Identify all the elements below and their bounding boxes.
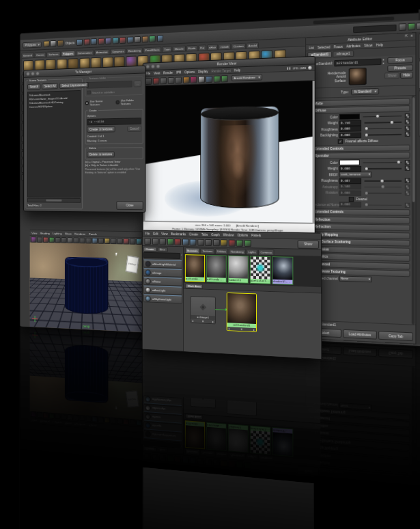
type-dropdown[interactable]: Ai Standard▾ (351, 88, 379, 96)
slider[interactable] (363, 162, 402, 163)
texture-file-row[interactable]: /Volumes/Macintosh HD/Training Courses/H… (29, 100, 79, 109)
expand-right-icon[interactable]: ▸ (253, 328, 255, 331)
ae-menu-item[interactable]: Show (364, 43, 372, 47)
show-button[interactable]: Show (384, 72, 399, 79)
viewport-menu-item[interactable]: View (31, 231, 37, 234)
slider[interactable] (364, 128, 402, 130)
slider-handle[interactable] (390, 120, 393, 123)
hs-toolbar-icon[interactable] (159, 238, 166, 245)
value-field[interactable]: 0.467 (339, 178, 361, 183)
hs-menu-item[interactable]: View (161, 232, 167, 235)
material-swatch[interactable]: shaderGl... (272, 256, 293, 285)
node-search-input[interactable] (143, 252, 180, 259)
value-field[interactable]: None (339, 276, 372, 283)
status-icon[interactable] (57, 40, 64, 46)
ae-menu-item[interactable]: Help (376, 43, 383, 47)
sidebar-toggle-icon[interactable] (416, 23, 420, 30)
snap-icon[interactable] (120, 37, 126, 44)
slider-handle[interactable] (365, 133, 367, 136)
ae-menu-item[interactable]: List (309, 46, 313, 49)
snapshot-icon[interactable] (175, 77, 182, 83)
material-swatch[interactable]: aiStanda... (185, 254, 205, 282)
slider[interactable] (364, 187, 402, 188)
alpha-channel-icon[interactable] (198, 76, 205, 83)
hs-menu-item[interactable]: Options (238, 233, 249, 236)
snap-icon[interactable] (83, 39, 89, 46)
map-texture-button[interactable]: ▚ (405, 132, 410, 137)
map-texture-button[interactable]: ▚ (405, 166, 410, 171)
viewport-toolbar-icon[interactable] (92, 237, 98, 243)
viewport-toolbar-icon[interactable] (61, 237, 67, 243)
search-button[interactable]: Search (27, 83, 41, 90)
snap-icon[interactable] (91, 38, 97, 45)
snap-icon[interactable] (105, 38, 111, 44)
ae-bottom-button[interactable]: Copy Tab (378, 331, 413, 341)
viewport-toolbar-icon[interactable] (98, 238, 104, 244)
ipr-render-icon[interactable] (152, 77, 159, 84)
slider-handle[interactable] (365, 167, 367, 169)
map-texture-button[interactable]: ▚ (405, 113, 410, 119)
viewport-menu-item[interactable]: Show (65, 232, 72, 235)
slider-handle[interactable] (365, 203, 367, 206)
material-preview-ball[interactable] (349, 68, 367, 85)
slider-handle[interactable] (381, 185, 384, 188)
viewport-toolbar-icon[interactable] (43, 236, 48, 243)
rv-menu-item[interactable]: Options (184, 70, 195, 74)
ae-section-specular[interactable]: ▼Specular (307, 152, 410, 159)
ae-section-collapsed[interactable]: ▶Refraction (307, 223, 410, 231)
viewport-menu-item[interactable]: Shading (40, 231, 50, 234)
hs-toolbar-icon[interactable] (197, 239, 204, 245)
create-node-item[interactable]: aiNoise (143, 277, 182, 286)
ae-menu-item[interactable]: Focus (334, 44, 343, 49)
map-texture-button[interactable]: ▚ (405, 126, 410, 131)
viewport-menu-item[interactable]: Panels (89, 232, 97, 236)
value-field[interactable]: 0.000 (339, 190, 361, 195)
slider-handle[interactable] (376, 115, 379, 118)
checkbox-unchecked[interactable] (349, 196, 354, 201)
ae-scrollbar[interactable] (412, 96, 415, 325)
hs-menu-item[interactable]: Panels (251, 233, 261, 236)
value-field[interactable]: 0.000 (339, 202, 361, 208)
folder-path-field[interactable] (87, 81, 132, 89)
value-field[interactable]: 0.750 (339, 120, 361, 126)
rv-menu-item[interactable]: Render Target (211, 68, 230, 72)
viewport-menu-item[interactable]: Renderer (74, 232, 85, 235)
wireframe-cylinder[interactable] (65, 257, 109, 315)
slider[interactable] (363, 116, 402, 118)
sidebar-toggle-icon[interactable] (399, 23, 406, 31)
color-swatch[interactable] (339, 114, 360, 120)
renderer-dropdown[interactable]: Arnold Renderer▾ (231, 74, 262, 81)
hs-toolbar-icon[interactable] (228, 239, 235, 246)
create-node-item[interactable]: aiAreaLight (143, 286, 182, 295)
1:1-icon[interactable] (206, 75, 212, 82)
hs-toolbar-icon[interactable] (167, 238, 173, 245)
ipr-update-shading-icon[interactable] (213, 75, 220, 82)
options-field[interactable]: -u --oiio (87, 118, 141, 125)
material-swatch[interactable]: particleCl... (250, 256, 271, 284)
expand-left-icon[interactable]: ▸ (229, 327, 230, 330)
hs-toolbar-icon[interactable] (244, 239, 251, 246)
value-field[interactable]: cook_torrance (339, 172, 372, 177)
delete-tx-button[interactable]: Delete .tx textures (87, 151, 115, 157)
snap-icon[interactable] (127, 36, 133, 43)
ae-section-collapsed[interactable]: ▶Extended Controls (307, 144, 410, 152)
hs-menu-item[interactable]: Create (189, 232, 198, 236)
hs-toolbar-icon[interactable] (174, 239, 181, 245)
create-node-item[interactable]: aiImage (143, 268, 182, 277)
ae-bottom-button[interactable]: Load Attributes (343, 329, 377, 340)
hs-toolbar-icon[interactable] (212, 239, 219, 246)
material-swatch[interactable]: aiStanda... (206, 255, 227, 283)
presets-button[interactable]: Presets (387, 64, 413, 72)
ae-menu-item[interactable]: Attributes (346, 44, 361, 48)
redo-render-icon[interactable] (160, 77, 167, 84)
work-area-tab[interactable]: Work Area (185, 284, 204, 289)
hs-toolbar-icon[interactable] (145, 238, 151, 245)
dock-controls-icon[interactable]: ⇱ ✕ (405, 34, 414, 38)
viewport-toolbar-icon[interactable] (124, 238, 129, 244)
selection-input[interactable] (353, 24, 396, 32)
expand-right-icon[interactable]: ▸ (212, 320, 214, 323)
hs-menu-item[interactable]: Window (223, 233, 234, 236)
value-field[interactable]: 0.000 (339, 166, 361, 172)
use-scene-textures-radio[interactable]: Use Scene Textures (85, 99, 112, 107)
viewport-toolbar-icon[interactable] (49, 236, 55, 243)
